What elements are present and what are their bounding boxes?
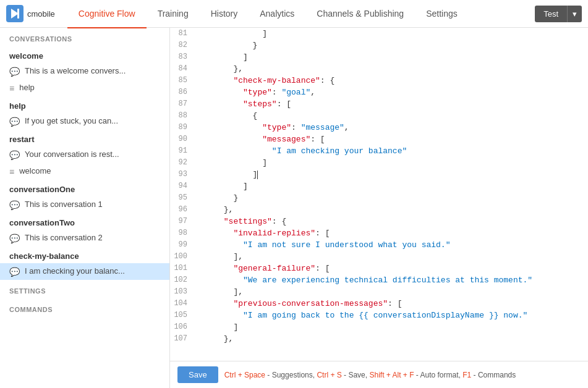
- code-line: 93 ]: [170, 169, 588, 180]
- line-content: "messages": [: [195, 133, 588, 145]
- list-item[interactable]: 💬 This is conversation 1: [0, 196, 169, 213]
- nav-settings[interactable]: Settings: [415, 1, 469, 28]
- line-number: 103: [170, 286, 195, 298]
- code-editor[interactable]: 81 ]82 }83 ]84 },85 "check-my-balance": …: [170, 28, 588, 361]
- line-content: ],: [195, 286, 588, 298]
- code-line: 106 ]: [170, 321, 588, 333]
- line-content: ]: [195, 321, 588, 333]
- line-number: 99: [170, 239, 195, 251]
- conversations-label: CONVERSATIONS: [0, 28, 169, 46]
- settings-label: SETTINGS: [0, 280, 169, 298]
- conv-item-text: Your conversation is rest...: [25, 150, 119, 159]
- line-number: 95: [170, 192, 195, 204]
- list-item[interactable]: ≡ help: [0, 80, 169, 96]
- line-content: "invalid-replies": [: [195, 227, 588, 239]
- bottom-bar: Save Ctrl + Space - Suggestions, Ctrl + …: [170, 361, 588, 388]
- string-value: "message": [301, 123, 344, 132]
- list-item[interactable]: 💬 If you get stuck, you can...: [0, 113, 169, 130]
- line-number: 92: [170, 157, 195, 169]
- line-content: }: [195, 192, 588, 204]
- ctrl-s-key: Ctrl + S: [317, 371, 341, 379]
- test-button-dropdown[interactable]: ▾: [567, 6, 582, 22]
- code-line: 95 }: [170, 192, 588, 204]
- test-button[interactable]: Test: [535, 6, 567, 22]
- code-line: 84 },: [170, 63, 588, 75]
- shortcut-sep1: - Suggestions,: [267, 371, 317, 379]
- line-number: 100: [170, 251, 195, 263]
- json-key: "previous-conversation-messages": [233, 299, 388, 308]
- text-cursor: [257, 171, 258, 179]
- nav-training[interactable]: Training: [147, 1, 200, 28]
- group-conversation-one: conversationOne: [0, 180, 169, 196]
- line-content: "I am checking your balance": [195, 145, 588, 157]
- line-number: 96: [170, 204, 195, 216]
- commands-label: COMMANDS: [0, 298, 169, 317]
- code-line: 85 "check-my-balance": {: [170, 75, 588, 86]
- nav-history[interactable]: History: [200, 1, 249, 28]
- conv-item-text: If you get stuck, you can...: [25, 116, 118, 125]
- line-number: 83: [170, 51, 195, 63]
- line-content: ]: [195, 157, 588, 169]
- svg-rect-2: [17, 9, 19, 19]
- group-conversation-two: conversationTwo: [0, 213, 169, 230]
- list-item[interactable]: 💬 This is a welcome convers...: [0, 63, 169, 80]
- list-item[interactable]: 💬 Your conversation is rest...: [0, 146, 169, 163]
- json-key: "check-my-balance": [233, 76, 320, 85]
- save-button[interactable]: Save: [177, 366, 218, 383]
- line-number: 106: [170, 321, 195, 333]
- code-line: 103 ],: [170, 286, 588, 298]
- list-item[interactable]: 💬 This is conversation 2: [0, 230, 169, 247]
- menu-icon: ≡: [9, 167, 14, 177]
- group-welcome: welcome: [0, 46, 169, 63]
- string-value: "I am checking your balance": [272, 146, 407, 156]
- chat-icon: 💬: [9, 200, 20, 210]
- json-key: "settings": [224, 217, 272, 226]
- string-value: "I am going back to the {{ conversationD…: [243, 311, 527, 320]
- chat-icon: 💬: [9, 67, 20, 77]
- line-number: 101: [170, 263, 195, 274]
- line-content: },: [195, 333, 588, 345]
- group-restart: restart: [0, 130, 169, 146]
- list-item[interactable]: ≡ welcome: [0, 163, 169, 180]
- json-key: "invalid-replies": [233, 229, 315, 238]
- code-line: 92 ]: [170, 157, 588, 169]
- list-item-active[interactable]: 💬 I am checking your balanc...: [0, 263, 169, 280]
- code-line: 98 "invalid-replies": [: [170, 227, 588, 239]
- line-number: 94: [170, 180, 195, 192]
- sidebar: CONVERSATIONS welcome 💬 This is a welcom…: [0, 28, 170, 388]
- line-content: "general-failure": [: [195, 263, 588, 274]
- ctrl-space-key: Ctrl + Space: [224, 371, 265, 379]
- logo-icon: [6, 5, 23, 22]
- conv-item-text: This is conversation 2: [25, 233, 103, 242]
- line-content: ]: [195, 51, 588, 63]
- line-number: 88: [170, 110, 195, 122]
- code-line: 99 "I am not sure I understood what you …: [170, 239, 588, 251]
- nav-analytics[interactable]: Analytics: [249, 1, 305, 28]
- conv-item-text: I am checking your balanc...: [25, 266, 125, 276]
- line-number: 91: [170, 145, 195, 157]
- conv-item-text: This is conversation 1: [25, 200, 103, 209]
- nav-channels-publishing[interactable]: Channels & Publishing: [305, 1, 415, 28]
- code-line: 87 "steps": [: [170, 98, 588, 110]
- logo-text: cmobile: [27, 9, 55, 19]
- line-number: 102: [170, 274, 195, 286]
- conv-item-text: welcome: [19, 166, 51, 175]
- code-line: 96 },: [170, 204, 588, 216]
- nav-cognitive-flow[interactable]: Cognitive Flow: [67, 1, 147, 28]
- json-key: "type": [262, 123, 291, 132]
- code-line: 81 ]: [170, 28, 588, 40]
- editor-area: 81 ]82 }83 ]84 },85 "check-my-balance": …: [170, 28, 588, 388]
- conv-item-text: help: [19, 83, 35, 92]
- line-content: "type": "message",: [195, 122, 588, 133]
- line-content: },: [195, 204, 588, 216]
- code-line: 107 },: [170, 333, 588, 345]
- line-content: {: [195, 110, 588, 122]
- code-line: 101 "general-failure": [: [170, 263, 588, 274]
- string-value: "goal": [281, 88, 310, 97]
- code-line: 83 ]: [170, 51, 588, 63]
- line-content: ]: [195, 169, 588, 180]
- line-number: 89: [170, 122, 195, 133]
- code-line: 94 ]: [170, 180, 588, 192]
- line-content: },: [195, 63, 588, 75]
- line-content: ]: [195, 28, 588, 40]
